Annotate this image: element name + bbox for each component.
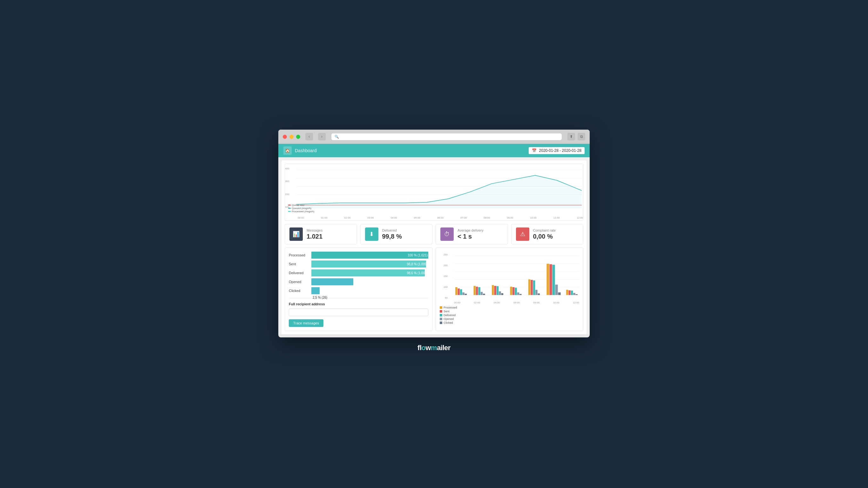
legend-delivered: Delivered bbox=[440, 313, 579, 317]
svg-rect-16 bbox=[465, 294, 467, 295]
bar-x-labels: 00:00 02:00 04:00 06:00 08:00 10:00 12:0… bbox=[454, 301, 579, 304]
legend-processed-label: Processed (msgs/h) bbox=[292, 210, 314, 213]
new-tab-button[interactable]: ⧉ bbox=[578, 133, 585, 141]
legend-sent-text: Sent bbox=[443, 310, 450, 313]
complaint-icon: ⚠ bbox=[516, 227, 529, 241]
svg-rect-27 bbox=[510, 286, 512, 295]
delivered-label: Delivered bbox=[382, 228, 402, 232]
header-left: 🏠 Dashboard bbox=[283, 147, 317, 155]
svg-rect-21 bbox=[483, 294, 485, 295]
legend-opened-text: Opened bbox=[443, 317, 454, 321]
forward-button[interactable]: › bbox=[318, 133, 326, 141]
complaint-value: 0,00 % bbox=[533, 233, 556, 240]
avg-delivery-value: < 1 s bbox=[458, 233, 484, 240]
chart-legend: Queue size Queued (msgs/h) Processed (ms… bbox=[288, 204, 314, 213]
minimize-button[interactable] bbox=[289, 135, 293, 139]
svg-rect-33 bbox=[531, 280, 533, 295]
trace-messages-button[interactable]: Trace messages bbox=[289, 319, 323, 327]
legend-clicked-dot bbox=[440, 322, 442, 324]
svg-rect-19 bbox=[478, 287, 480, 295]
legend-processed-color bbox=[288, 211, 291, 212]
bar-chart-area: 00:00 02:00 04:00 06:00 08:00 10:00 12:0… bbox=[454, 252, 579, 304]
url-bar[interactable]: 🔍 bbox=[331, 133, 562, 140]
processed-value: 100 % (1.021) bbox=[408, 253, 428, 257]
processed-label: Processed bbox=[289, 253, 309, 257]
clicked-value: 2,5 % (26) bbox=[313, 296, 327, 299]
legend-queue-size-label: Queue size bbox=[292, 204, 304, 207]
legend-sent: Sent bbox=[440, 310, 579, 313]
stat-row-sent: Sent 98,8 % (1.009) bbox=[289, 261, 428, 268]
delivered-icon: ⬇ bbox=[365, 227, 378, 241]
app-logo: flowmailer bbox=[417, 344, 451, 352]
delivered-bar-value: 98,6 % (1.007) bbox=[407, 271, 428, 275]
stat-row-processed: Processed 100 % (1.021) bbox=[289, 252, 428, 258]
legend-queued-label: Queued (msgs/h) bbox=[292, 207, 311, 210]
bottom-row: Processed 100 % (1.021) Sent 98,8 % (1. bbox=[285, 247, 583, 331]
stat-card-messages: 📊 Messages 1.021 bbox=[285, 224, 357, 244]
app-content: 🏠 Dashboard 📅 2020-01-28 - 2020-01-28 40… bbox=[278, 144, 590, 334]
legend-queued-color bbox=[288, 208, 291, 209]
svg-rect-15 bbox=[462, 292, 465, 295]
legend-delivered-text: Delivered bbox=[443, 313, 456, 317]
legend-opened: Opened bbox=[440, 317, 579, 321]
calendar-icon: 📅 bbox=[532, 148, 537, 153]
filter-section: Full recipient address Trace messages bbox=[289, 302, 428, 327]
y-label-200: 200 bbox=[285, 193, 289, 196]
clicked-bar bbox=[311, 287, 320, 294]
logo-ailer: ailer bbox=[437, 344, 451, 352]
share-button[interactable]: ⬆ bbox=[567, 133, 575, 141]
svg-rect-31 bbox=[520, 294, 522, 295]
home-icon[interactable]: 🏠 bbox=[283, 147, 292, 155]
svg-rect-35 bbox=[535, 290, 537, 295]
bar-y-labels: 250 200 150 100 50 bbox=[440, 252, 448, 299]
stat-card-avg-delivery: ⏱ Average delivery < 1 s bbox=[436, 224, 508, 244]
delivered-bar-wrap: 98,6 % (1.007) bbox=[311, 269, 428, 276]
delivered-bar: 98,6 % (1.007) bbox=[311, 269, 425, 276]
delivered-bar-label: Delivered bbox=[289, 271, 309, 275]
svg-rect-29 bbox=[515, 288, 517, 295]
left-panel: Processed 100 % (1.021) Sent 98,8 % (1. bbox=[285, 247, 432, 331]
y-axis-labels: 400 300 200 100 bbox=[285, 167, 289, 208]
svg-rect-26 bbox=[501, 293, 503, 295]
complaint-label: Complaint rate bbox=[533, 228, 556, 232]
legend-queue-size: Queue size bbox=[288, 204, 314, 207]
svg-rect-30 bbox=[517, 292, 520, 295]
opened-label: Opened bbox=[289, 280, 309, 284]
svg-marker-5 bbox=[297, 175, 582, 208]
svg-rect-44 bbox=[571, 291, 573, 295]
clicked-label: Clicked bbox=[289, 289, 309, 293]
maximize-button[interactable] bbox=[296, 135, 300, 139]
opened-value: 36,6 % (374) bbox=[409, 280, 428, 284]
avg-delivery-icon: ⏱ bbox=[440, 227, 454, 241]
back-button[interactable]: ‹ bbox=[305, 133, 313, 141]
svg-rect-20 bbox=[481, 292, 483, 295]
line-chart-svg bbox=[297, 167, 582, 208]
svg-rect-32 bbox=[528, 279, 531, 295]
legend-delivered-dot bbox=[440, 314, 442, 316]
date-picker[interactable]: 📅 2020-01-28 - 2020-01-28 bbox=[529, 147, 585, 154]
stat-row-opened: Opened 36,6 % (374) bbox=[289, 278, 428, 285]
svg-rect-36 bbox=[537, 294, 540, 295]
clicked-bar-wrap: 2,5 % (26) bbox=[311, 287, 428, 294]
svg-rect-12 bbox=[455, 287, 458, 295]
logo-flow: fl bbox=[417, 344, 421, 352]
recipient-input[interactable] bbox=[289, 308, 428, 316]
bar-chart-svg bbox=[454, 252, 579, 299]
legend-opened-dot bbox=[440, 318, 442, 320]
svg-rect-18 bbox=[476, 286, 478, 295]
svg-rect-43 bbox=[568, 291, 570, 295]
sent-bar-wrap: 98,8 % (1.009) bbox=[311, 261, 428, 268]
svg-rect-37 bbox=[547, 264, 549, 295]
svg-rect-46 bbox=[576, 294, 578, 295]
sent-value: 98,8 % (1.009) bbox=[407, 263, 428, 266]
logo-section: flowmailer bbox=[411, 337, 457, 358]
legend-processed-dot bbox=[440, 306, 442, 309]
delivered-value: 99,8 % bbox=[382, 233, 402, 240]
svg-rect-42 bbox=[566, 290, 568, 295]
main-content: 400 300 200 100 bbox=[281, 160, 587, 334]
legend-processed-text: Processed bbox=[443, 306, 457, 309]
svg-rect-23 bbox=[494, 286, 496, 295]
close-button[interactable] bbox=[283, 135, 287, 139]
delivered-info: Delivered 99,8 % bbox=[382, 228, 402, 240]
page-title: Dashboard bbox=[295, 148, 317, 153]
